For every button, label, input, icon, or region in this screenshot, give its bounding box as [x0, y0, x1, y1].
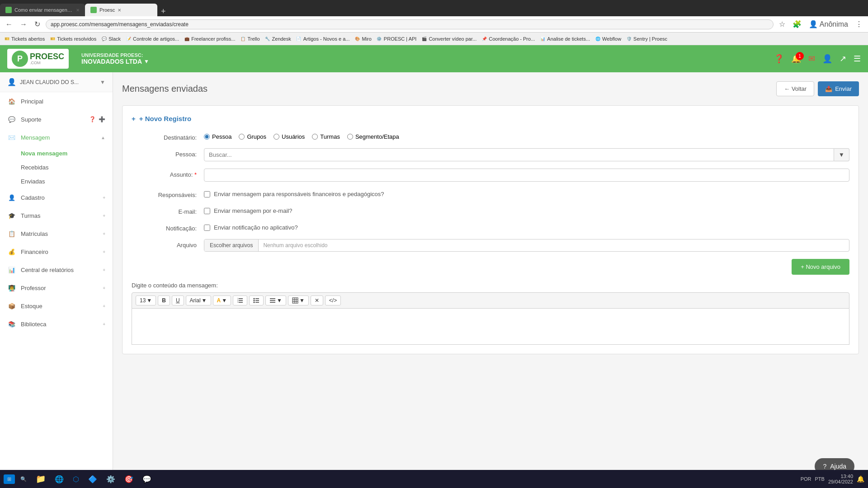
radio-grupos[interactable]: Grupos: [239, 133, 266, 140]
bookmark-artigos[interactable]: 📄 Artigos - Novos e a...: [296, 36, 350, 42]
bookmark-coordenacao[interactable]: 📌 Coordenação - Pro...: [481, 36, 535, 42]
sidebar-item-cadastro[interactable]: 👤 Cadastro +: [0, 188, 113, 206]
radio-grupos-input[interactable]: [239, 134, 245, 140]
toolbar-font-family[interactable]: Arial ▼: [186, 296, 211, 305]
sidebar-item-matriculas[interactable]: 📋 Matrículas +: [0, 225, 113, 243]
extensions-btn[interactable]: 🧩: [791, 19, 803, 29]
suporte-add-btn[interactable]: ➕: [99, 116, 105, 122]
responsaveis-checkbox[interactable]: [204, 191, 210, 197]
toolbar-text-color[interactable]: A ▼: [213, 296, 231, 305]
toolbar-html-btn[interactable]: </>: [325, 296, 341, 305]
pessoa-search-input[interactable]: [204, 148, 834, 161]
financeiro-icon: 💰: [7, 247, 16, 256]
bookmark-sentry[interactable]: 🛡️ Sentry | Proesc: [626, 36, 667, 42]
table-dropdown-icon: ▼: [299, 297, 305, 304]
sidebar-item-turmas[interactable]: 🎓 Turmas +: [0, 206, 113, 225]
header-right: ❓ 🔔 1 ✉ 👤 ↗ ☰: [774, 54, 861, 64]
radio-turmas-input[interactable]: [312, 134, 318, 140]
menu-btn[interactable]: ⋮: [854, 19, 864, 29]
bookmark-icon: 💼: [184, 36, 190, 42]
sidebar-item-principal[interactable]: 🏠 Principal: [0, 92, 113, 110]
radio-usuarios[interactable]: Usuários: [274, 133, 305, 140]
sidebar-item-professor[interactable]: 👨‍🏫 Professor +: [0, 279, 113, 297]
tab-2[interactable]: Proesc ✕: [85, 4, 157, 16]
assunto-input[interactable]: [204, 169, 849, 182]
radio-group-destinatario: Pessoa Grupos Usuários Turmas: [204, 131, 399, 140]
bookmark-webflow[interactable]: 🌐 Webflow: [594, 36, 621, 42]
radio-pessoa-input[interactable]: [204, 134, 210, 140]
radio-segmento[interactable]: Segmento/Etapa: [347, 133, 399, 140]
biblioteca-expand-icon: +: [103, 322, 105, 327]
institution-dropdown-icon[interactable]: ▼: [144, 58, 149, 65]
user-avatar-icon: 👤: [7, 78, 16, 86]
sidebar-item-financeiro[interactable]: 💰 Financeiro +: [0, 243, 113, 261]
hamburger-icon[interactable]: ☰: [854, 54, 861, 64]
help-icon[interactable]: ❓: [774, 54, 784, 64]
back-button[interactable]: ← Voltar: [776, 81, 814, 96]
suporte-icon: 💬: [7, 115, 16, 124]
notificacao-checkbox[interactable]: [204, 225, 210, 231]
reload-btn[interactable]: ↻: [33, 19, 42, 29]
sidebar-item-relatorios[interactable]: 📊 Central de relatórios +: [0, 261, 113, 279]
forward-nav-btn[interactable]: →: [18, 19, 29, 29]
new-tab-btn[interactable]: +: [157, 7, 170, 16]
toolbar-underline-btn[interactable]: U: [172, 296, 184, 305]
bookmark-btn[interactable]: ☆: [777, 19, 787, 29]
bookmark-icon: 🎨: [354, 36, 360, 42]
url-input[interactable]: app.proesc.com/mensagem/mensagens_enviad…: [46, 19, 774, 29]
bookmark-icon: 📝: [125, 36, 132, 42]
radio-turmas[interactable]: Turmas: [312, 133, 340, 140]
bookmark-zendesk[interactable]: 🔧 Zendesk: [264, 36, 291, 42]
bookmark-freelancer[interactable]: 💼 Freelancer profiss...: [184, 36, 235, 42]
sidebar-subitem-recebidas[interactable]: Recebidas: [0, 160, 113, 174]
mail-icon[interactable]: ✉: [808, 54, 815, 64]
file-name: Nenhum arquivo escolhido: [259, 239, 332, 251]
bookmark-trello[interactable]: 📋 Trello: [240, 36, 259, 42]
user-icon[interactable]: 👤: [822, 54, 832, 64]
tab-1[interactable]: Como enviar mensagens pelo P... ✕: [0, 4, 85, 16]
toolbar-align[interactable]: ▼: [265, 296, 286, 305]
toolbar-table[interactable]: ▼: [288, 296, 309, 305]
biblioteca-icon: 📚: [7, 319, 16, 328]
bookmark-tickets-abertos[interactable]: 🎫 Tickets abertos: [4, 36, 45, 42]
toolbar-clear-btn[interactable]: ✕: [311, 296, 323, 305]
file-choose-btn[interactable]: Escolher arquivos: [204, 239, 259, 251]
help-fab[interactable]: ? Ajuda: [815, 458, 854, 470]
radio-usuarios-input[interactable]: [274, 134, 279, 140]
new-arquivo-btn[interactable]: + Novo arquivo: [792, 259, 849, 275]
bookmark-slack[interactable]: 💬 Slack: [101, 36, 121, 42]
logo: P PROESC .COM: [12, 51, 64, 67]
bookmark-controle[interactable]: 📝 Controle de artigos...: [125, 36, 179, 42]
pessoa-dropdown-btn[interactable]: ▼: [834, 148, 849, 161]
radio-pessoa[interactable]: Pessoa: [204, 133, 231, 140]
sidebar-subitem-nova-mensagem[interactable]: Nova mensagem: [0, 146, 113, 160]
sidebar-item-biblioteca[interactable]: 📚 Biblioteca +: [0, 315, 113, 333]
toolbar-ordered-list[interactable]: 1 2 3: [233, 296, 247, 305]
sidebar-user[interactable]: 👤 JEAN CLAUDIO DO S... ▼: [0, 72, 113, 92]
sidebar-item-mensagem[interactable]: ✉️ Mensagem ▲: [0, 128, 113, 146]
sidebar-item-suporte[interactable]: 💬 Suporte ❓ ➕: [0, 110, 113, 128]
tab-bar: Como enviar mensagens pelo P... ✕ Proesc…: [0, 0, 868, 16]
profile-btn[interactable]: 👤 Anônima: [807, 19, 850, 29]
email-checkbox[interactable]: [204, 208, 210, 214]
bookmark-analise[interactable]: 📊 Analise de tickets...: [539, 36, 590, 42]
bookmark-icon: 🎫: [4, 36, 10, 42]
tab-1-close[interactable]: ✕: [76, 8, 80, 13]
editor-area[interactable]: [132, 309, 849, 345]
logout-icon[interactable]: ↗: [840, 54, 846, 64]
toolbar-unordered-list[interactable]: [249, 296, 264, 305]
bookmark-converter[interactable]: 🎬 Converter vídeo par...: [421, 36, 476, 42]
toolbar-font-size[interactable]: 13 ▼: [136, 296, 156, 305]
bookmark-proesc-api[interactable]: ⚙️ PROESC | API: [376, 36, 417, 42]
sidebar-item-estoque[interactable]: 📦 Estoque +: [0, 297, 113, 315]
notification-bell[interactable]: 🔔 1: [791, 54, 801, 64]
radio-segmento-input[interactable]: [347, 134, 353, 140]
toolbar-bold-btn[interactable]: B: [158, 296, 170, 305]
sidebar-subitem-enviadas[interactable]: Enviadas: [0, 174, 113, 188]
bookmark-tickets-resolvidos[interactable]: 🎫 Tickets resolvidos: [49, 36, 96, 42]
send-button[interactable]: 📤 Enviar: [818, 81, 859, 96]
tab-2-close[interactable]: ✕: [118, 8, 121, 13]
back-nav-btn[interactable]: ←: [4, 19, 14, 29]
suporte-help-btn[interactable]: ❓: [89, 116, 96, 122]
bookmark-miro[interactable]: 🎨 Miro: [354, 36, 371, 42]
